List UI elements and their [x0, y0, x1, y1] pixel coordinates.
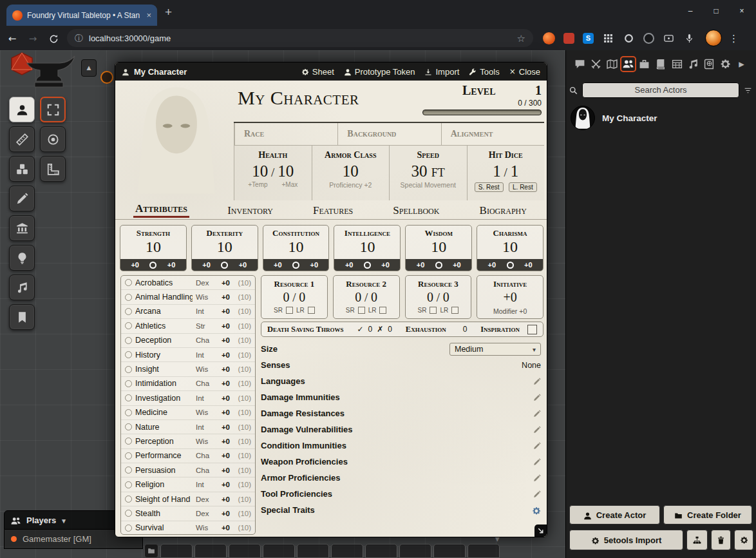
ability-modifier[interactable]: +0: [477, 261, 506, 269]
sidebar-tab-items[interactable]: [636, 56, 652, 72]
sidebar-tab-playlists[interactable]: [685, 56, 701, 72]
edit-icon[interactable]: [533, 490, 541, 499]
skill-row[interactable]: History Int +0 (10): [121, 348, 255, 362]
tab-biography[interactable]: Biography: [478, 204, 529, 218]
skill-row[interactable]: Persuasion Cha +0 (10): [121, 463, 255, 477]
lr-checkbox[interactable]: [308, 307, 315, 314]
xp-text[interactable]: 0 / 300: [422, 99, 542, 108]
skill-proficiency-radio[interactable]: [125, 467, 132, 474]
settings-button[interactable]: [734, 530, 753, 550]
fivetools-import-button[interactable]: 5etools Import: [569, 530, 683, 550]
window-titlebar[interactable]: My Character Sheet Prototype Token: [115, 63, 547, 81]
skill-name[interactable]: Medicine: [135, 408, 193, 417]
save-proficiency-toggle[interactable]: [292, 262, 299, 269]
sidebar-collapse[interactable]: ▸: [733, 56, 750, 72]
resize-handle[interactable]: [534, 524, 547, 537]
close-button[interactable]: × Close: [509, 67, 540, 77]
skill-name[interactable]: Sleight of Hand: [135, 495, 193, 504]
sidebar-tab-chat[interactable]: [572, 56, 588, 72]
tab-attributes[interactable]: Attributes: [133, 202, 189, 218]
lr-checkbox[interactable]: [451, 307, 458, 314]
tool-lighting-layer[interactable]: [9, 245, 35, 271]
skill-proficiency-radio[interactable]: [125, 322, 132, 329]
tab-inventory[interactable]: Inventory: [225, 204, 275, 218]
url-input[interactable]: [89, 34, 511, 43]
browser-tab[interactable]: Foundry Virtual Tabletop • A Stan ×: [6, 5, 157, 26]
folder-tree-button[interactable]: [686, 530, 708, 550]
inspiration-checkbox[interactable]: [527, 325, 537, 334]
ability-save[interactable]: +0: [299, 261, 328, 269]
resource-label[interactable]: Resource 2: [334, 279, 399, 289]
player-name[interactable]: Gamemaster [GM]: [23, 534, 91, 544]
skill-row[interactable]: Perception Wis +0 (10): [121, 434, 255, 448]
tab-features[interactable]: Features: [311, 204, 355, 218]
ability-name[interactable]: Wisdom: [406, 228, 471, 238]
death-success-value[interactable]: 0: [368, 325, 372, 334]
reload-button[interactable]: [45, 32, 62, 44]
skill-row[interactable]: Investigation Int +0 (10): [121, 391, 255, 405]
extension-mic[interactable]: [683, 32, 695, 44]
size-select[interactable]: Medium: [449, 343, 541, 356]
skill-name[interactable]: Performance: [135, 451, 193, 460]
skill-proficiency-radio[interactable]: [125, 394, 132, 401]
short-rest-button[interactable]: S. Rest: [475, 182, 504, 192]
tool-walls-layer[interactable]: [9, 215, 35, 241]
extension-camera[interactable]: [643, 33, 654, 44]
ability-save[interactable]: +0: [442, 261, 471, 269]
sidebar-tab-actors[interactable]: [620, 56, 636, 72]
sidebar-tab-settings[interactable]: [717, 56, 733, 72]
initiative-label[interactable]: Initiative: [477, 279, 543, 289]
sidebar-tab-tables[interactable]: [669, 56, 685, 72]
save-proficiency-toggle[interactable]: [364, 262, 371, 269]
tool-drawings-layer[interactable]: [9, 186, 35, 211]
sidebar-tab-journal[interactable]: [652, 56, 668, 72]
hit-dice-stat[interactable]: Hit Dice 11 S. Rest L. Rest: [467, 146, 545, 200]
tool-ruler[interactable]: [40, 156, 66, 182]
resource-label[interactable]: Resource 3: [406, 279, 471, 289]
skill-proficiency-radio[interactable]: [125, 279, 132, 286]
tool-sounds-layer[interactable]: [9, 274, 35, 300]
tool-measure-layer[interactable]: [9, 126, 35, 152]
ability-block[interactable]: Charisma 10 +0 +0: [477, 225, 543, 271]
site-info-icon[interactable]: ⓘ: [75, 34, 83, 43]
resource-max[interactable]: 0: [443, 290, 449, 304]
ability-modifier[interactable]: +0: [120, 261, 149, 269]
skill-proficiency-radio[interactable]: [125, 380, 132, 387]
tool-notes-layer[interactable]: [9, 304, 35, 330]
ability-score[interactable]: 10: [263, 239, 329, 255]
hp-value[interactable]: 10: [252, 162, 268, 180]
sr-checkbox[interactable]: [286, 307, 293, 314]
edit-icon[interactable]: [533, 409, 541, 418]
close-window-button[interactable]: ×: [729, 0, 755, 22]
skill-row[interactable]: Stealth Dex +0 (10): [121, 506, 255, 521]
save-proficiency-toggle[interactable]: [435, 262, 442, 269]
skill-row[interactable]: Arcana Int +0 (10): [121, 305, 255, 319]
skill-proficiency-radio[interactable]: [125, 337, 132, 344]
ac-value[interactable]: 10: [312, 162, 390, 180]
skill-row[interactable]: Insight Wis +0 (10): [121, 362, 255, 376]
skill-proficiency-radio[interactable]: [125, 481, 132, 488]
hotbar-slot[interactable]: [160, 544, 193, 558]
death-fail-icon[interactable]: ✗: [377, 325, 383, 334]
resource-value[interactable]: 0: [283, 290, 289, 304]
tool-token-layer[interactable]: [9, 97, 35, 122]
ability-save[interactable]: +0: [228, 261, 257, 269]
sort-filter-icon[interactable]: [744, 85, 752, 95]
hp-tempmax-label[interactable]: +Max: [282, 181, 298, 188]
save-proficiency-toggle[interactable]: [507, 262, 514, 269]
skill-row[interactable]: Acrobatics Dex +0 (10): [121, 276, 255, 290]
special-movement-link[interactable]: Special Movement: [390, 181, 467, 189]
edit-icon[interactable]: [533, 393, 541, 402]
skill-proficiency-radio[interactable]: [125, 495, 132, 503]
hotbar-slot[interactable]: [263, 544, 295, 558]
ability-block[interactable]: Wisdom 10 +0 +0: [405, 225, 472, 271]
extension-skype[interactable]: S: [583, 33, 594, 44]
skill-row[interactable]: Deception Cha +0 (10): [121, 334, 255, 348]
skill-name[interactable]: Deception: [135, 336, 193, 345]
skill-row[interactable]: Religion Int +0 (10): [121, 477, 255, 492]
hotbar-slot[interactable]: [194, 544, 227, 558]
skill-proficiency-radio[interactable]: [125, 294, 132, 301]
tool-tiles-layer[interactable]: [9, 156, 35, 182]
resource-1[interactable]: Resource 1 00 SR LR: [261, 275, 328, 319]
hotbar-slot[interactable]: [365, 544, 397, 558]
